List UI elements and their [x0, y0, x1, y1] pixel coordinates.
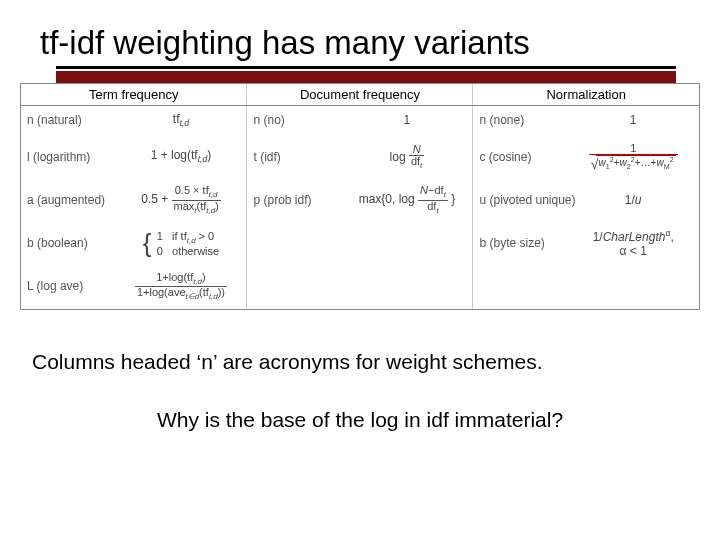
df-empty-4f	[339, 222, 473, 264]
tf-a-label: a (augmented)	[21, 178, 113, 222]
df-n-formula: 1	[339, 106, 473, 136]
norm-u-label: u (pivoted unique)	[473, 178, 565, 222]
tf-L-label: L (log ave)	[21, 265, 113, 309]
norm-b-label: b (byte size)	[473, 222, 565, 264]
header-norm: Normalization	[473, 84, 699, 106]
norm-n-label: n (none)	[473, 106, 565, 136]
norm-empty-5	[473, 265, 565, 309]
df-empty-5	[247, 265, 339, 309]
table-row: a (augmented) 0.5 + 0.5 × tft,d maxt(tft…	[21, 178, 699, 222]
slide: tf-idf weighting has many variants Term …	[0, 0, 720, 540]
tf-L-formula: 1+log(tft,d) 1+log(avet∈d(tft,d))	[113, 265, 247, 309]
table-row: b (boolean) { 1 if tft,d > 0 0 otherwise…	[21, 222, 699, 264]
tf-n-formula: tft,d	[113, 106, 247, 136]
header-df: Document frequency	[247, 84, 473, 106]
tf-l-label: l (logarithm)	[21, 136, 113, 178]
norm-c-label: c (cosine)	[473, 136, 565, 178]
df-empty-5f	[339, 265, 473, 309]
norm-c-num: 1	[589, 143, 678, 155]
tf-n-label: n (natural)	[21, 106, 113, 136]
header-tf: Term frequency	[21, 84, 247, 106]
df-t-formula: log Ndft	[339, 136, 473, 178]
tf-b-label: b (boolean)	[21, 222, 113, 264]
table-header-row: Term frequency Document frequency Normal…	[21, 84, 699, 106]
df-p-label: p (prob idf)	[247, 178, 339, 222]
df-t-prefix: log	[390, 149, 406, 163]
slide-title: tf-idf weighting has many variants	[40, 24, 700, 62]
tf-l-formula: 1 + log(tft,d)	[113, 136, 247, 178]
df-p-formula: max{0, log N−dftdft }	[339, 178, 473, 222]
norm-n-formula: 1	[565, 106, 699, 136]
df-empty-4	[247, 222, 339, 264]
norm-b-formula: 1/CharLengthα,α < 1	[565, 222, 699, 264]
df-t-label: t (idf)	[247, 136, 339, 178]
df-n-label: n (no)	[247, 106, 339, 136]
norm-empty-5f	[565, 265, 699, 309]
title-rule	[56, 66, 700, 83]
caption-text: Columns headed ‘n’ are acronyms for weig…	[32, 350, 700, 374]
tf-a-formula: 0.5 + 0.5 × tft,d maxt(tft,d)	[113, 178, 247, 222]
norm-c-formula: 1 √w12+w22+…+wM2	[565, 136, 699, 178]
table-row: l (logarithm) 1 + log(tft,d) t (idf) log…	[21, 136, 699, 178]
table-row: n (natural) tft,d n (no) 1 n (none) 1	[21, 106, 699, 136]
table-row: L (log ave) 1+log(tft,d) 1+log(avet∈d(tf…	[21, 265, 699, 309]
tf-b-formula: { 1 if tft,d > 0 0 otherwise	[113, 222, 247, 264]
question-text: Why is the base of the log in idf immate…	[20, 408, 700, 432]
tf-a-prefix: 0.5 +	[141, 193, 168, 207]
variant-table: Term frequency Document frequency Normal…	[20, 83, 700, 310]
norm-u-formula: 1/u	[565, 178, 699, 222]
